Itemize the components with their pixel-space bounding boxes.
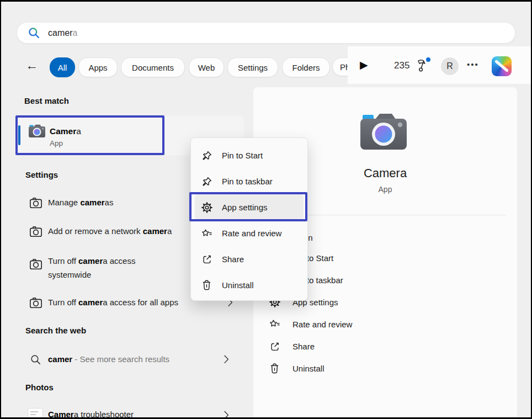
chevron-right-icon [224,411,229,419]
preview-action-label: Uninstall [292,364,324,373]
web-section-header: Search the web [25,326,86,335]
pin-icon [201,176,212,187]
menu-item-label: Share [222,254,244,264]
best-match-title-rest: a [76,126,81,136]
menu-item-uninstall[interactable]: Uninstall [195,272,304,298]
troubleshooter-icon [28,408,43,419]
result-text: Turn off [48,256,78,266]
share-icon [269,341,280,352]
star-rate-icon [201,228,212,239]
web-query-rest: - See more search results [72,354,169,364]
preview-action-uninstall[interactable]: Uninstall [253,362,517,374]
menu-item-label: App settings [222,203,268,212]
result-text: as [105,198,114,207]
result-text: a [167,226,172,236]
gear-icon [201,202,212,213]
settings-result-camera-access-systemwide[interactable]: Turn off camera access [48,256,135,266]
trash-icon [269,363,280,374]
menu-item-label: Rate and review [222,229,281,238]
photos-result-camera-troubleshooter[interactable]: Camera troubleshooter [48,410,134,419]
preview-action-label: Share [292,342,315,351]
tab-all[interactable]: All [50,57,75,77]
chevron-right-icon [224,355,229,364]
menu-item-pin-to-taskbar[interactable]: Pin to taskbar [195,168,304,194]
camera-outline-icon [29,297,42,309]
pin-icon [201,150,212,161]
result-text: a access for all apps [103,298,178,307]
tab-folders[interactable]: Folders [282,57,330,77]
back-arrow-icon[interactable]: ← [25,58,38,73]
result-text: Add or remove a network [48,226,143,236]
web-query: camer [48,354,72,364]
menu-item-label: Uninstall [222,280,254,290]
result-text-match: camer [80,198,104,207]
tab-settings[interactable]: Settings [227,57,278,77]
trash-icon [201,279,212,291]
menu-item-app-settings[interactable]: App settings [195,194,304,220]
best-match-title[interactable]: Camera [50,126,81,136]
settings-result-camera-access-systemwide-line2[interactable]: systemwide [48,270,91,279]
selection-accent-bar [18,125,20,145]
result-text-match: camer [78,256,103,266]
avatar[interactable]: R [441,57,459,75]
best-match-subtitle: App [50,139,63,147]
result-text: Manage [48,198,80,207]
camera-outline-icon [29,258,42,270]
tab-documents-label: Documents [132,63,174,72]
rewards-points: 235 [394,60,409,71]
menu-item-label: Pin to Start [222,151,263,160]
tab-apps-label: Apps [88,63,107,72]
camera-app-icon-large [360,113,407,150]
settings-result-network-camera[interactable]: Add or remove a network camera [48,226,172,236]
settings-result-camera-access-all-apps[interactable]: Turn off camera access for all apps [48,298,178,307]
star-rate-icon [269,319,280,330]
result-text-match: camer [78,298,103,307]
settings-section-header: Settings [25,170,58,179]
rewards-notification-dot [426,57,430,62]
camera-outline-icon [29,226,42,237]
best-match-title-bold: Camer [50,126,76,136]
tab-apps[interactable]: Apps [78,57,118,77]
result-text-match: Camer [48,410,74,419]
web-search-result[interactable]: camer - See more search results [48,354,169,364]
camera-app-icon-small [29,124,45,137]
result-text: Turn off [48,298,78,307]
more-options-icon[interactable]: ••• [467,60,479,69]
result-text-match: camer [143,226,167,236]
menu-item-pin-to-start[interactable]: Pin to Start [195,142,304,168]
search-autocomplete-suggestion: a [72,28,77,38]
tabs-overflow-icon[interactable]: ▶ [360,59,368,71]
settings-result-manage-cameras[interactable]: Manage cameras [48,198,113,207]
menu-item-share[interactable]: Share [195,246,304,272]
copilot-icon[interactable] [492,56,512,76]
search-input-text[interactable]: camer [48,28,72,38]
share-icon [201,253,212,265]
context-menu: Pin to Start Pin to taskbar App settings… [190,137,308,301]
tab-all-label: All [58,63,67,72]
search-bar[interactable]: camer a [17,22,515,44]
tab-folders-label: Folders [292,63,320,72]
search-icon [30,354,41,365]
avatar-initial: R [446,61,453,71]
search-icon [28,26,40,39]
tab-settings-label: Settings [238,63,268,72]
menu-item-label: Pin to taskbar [222,177,273,186]
best-match-header: Best match [24,96,69,105]
preview-action-rate-and-review[interactable]: Rate and review [253,318,517,330]
tab-documents[interactable]: Documents [121,57,185,77]
preview-action-share[interactable]: Share [253,340,517,352]
result-text: a access [103,256,135,266]
result-text: a troubleshooter [74,410,134,419]
photos-section-header: Photos [25,383,54,392]
camera-outline-icon [29,197,42,209]
tab-web[interactable]: Web [189,57,224,77]
menu-item-rate-and-review[interactable]: Rate and review [195,220,304,246]
preview-action-label: Rate and review [292,320,352,329]
tab-web-label: Web [198,63,215,72]
windows-search-window: camer a ← All Apps Documents Web Setting… [0,0,532,419]
